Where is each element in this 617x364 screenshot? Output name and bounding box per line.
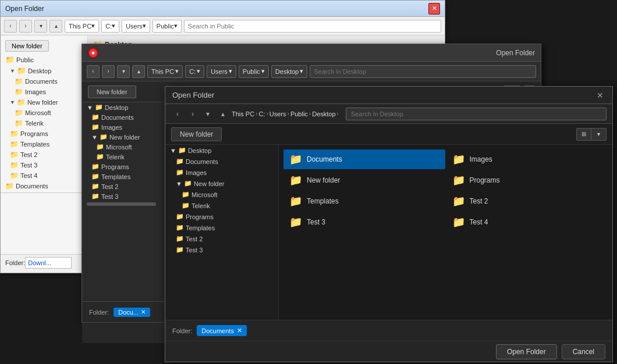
win1-users-segment[interactable]: Users ▾ <box>122 20 150 33</box>
win1-sidebar-programs[interactable]: 📁 Programs <box>1 129 87 139</box>
win3-forward-button[interactable]: › <box>186 108 199 120</box>
win1-thispc-arrow: ▾ <box>91 22 95 30</box>
win3-search-input[interactable] <box>346 108 607 120</box>
win1-sidebar-documents[interactable]: 📁 Documents <box>1 76 87 87</box>
win2-forward-button[interactable]: › <box>102 65 115 78</box>
win2-folder-label: Folder: <box>89 309 109 316</box>
win2-folder-tag[interactable]: Docu... ✕ <box>114 308 150 317</box>
folder-icon: 📁 <box>176 169 184 176</box>
win3-back-button[interactable]: ‹ <box>171 108 184 120</box>
file-item[interactable]: 📁 New folder <box>283 170 445 190</box>
win2-users-segment[interactable]: Users ▾ <box>207 65 236 78</box>
win1-titlebar: Open Folder ✕ <box>1 1 445 17</box>
folder-icon: 📁 <box>10 140 19 148</box>
file-name: Test 2 <box>470 197 488 205</box>
win1-c-arrow: ▾ <box>112 22 115 30</box>
win3-view-dropdown[interactable]: ▾ <box>591 128 607 141</box>
file-item[interactable]: 📁 Documents <box>283 149 445 169</box>
folder-tag-close[interactable]: ✕ <box>237 327 242 334</box>
folder-icon: 📁 <box>176 213 184 220</box>
folder-icon: 📁 <box>91 123 100 131</box>
win1-new-folder-button[interactable]: New folder <box>5 40 49 52</box>
win3-body: ▼ 📁 Desktop 📁 Documents 📁 Images ▼ 📁 New… <box>165 145 612 320</box>
win1-thispc-segment[interactable]: This PC ▾ <box>65 20 99 33</box>
win1-down-button[interactable]: ▾ <box>34 20 47 33</box>
win1-sidebar-newfolder[interactable]: ▼ 📁 New folder <box>1 97 87 108</box>
win2-public-segment[interactable]: Public ▾ <box>239 65 269 78</box>
win3-sidebar-microsoft[interactable]: 📁 Microsoft <box>165 189 278 200</box>
win2-desktop-segment[interactable]: Desktop ▾ <box>271 65 307 78</box>
win3-open-button[interactable]: Open Folder <box>496 344 557 359</box>
file-item[interactable]: 📁 Templates <box>283 191 445 211</box>
win3-statusbar: Folder: Documents ✕ <box>165 320 612 341</box>
win3-sidebar-documents[interactable]: 📁 Documents <box>165 156 278 167</box>
win3-sidebar-desktop[interactable]: ▼ 📁 Desktop <box>165 145 278 156</box>
win2-thispc-segment[interactable]: This PC ▾ <box>147 65 183 78</box>
folder-icon: 📁 <box>17 66 26 75</box>
win1-sidebar-desktop[interactable]: ▼ 📁 Desktop <box>1 65 87 76</box>
win1-sidebar-templates[interactable]: 📁 Templates <box>1 139 87 149</box>
label: Documents <box>101 114 134 121</box>
expand-icon: ▼ <box>176 180 182 187</box>
win3-grid-view-button[interactable]: ⊞ <box>576 128 591 141</box>
win1-sidebar-moredocs[interactable]: 📁 Documents <box>1 181 87 191</box>
win1-sidebar-microsoft[interactable]: 📁 Microsoft <box>1 108 87 118</box>
win2-down-button[interactable]: ▾ <box>117 65 130 78</box>
win1-folder-input[interactable] <box>25 257 72 269</box>
file-item[interactable]: 📁 Programs <box>446 170 608 190</box>
win1-public-segment[interactable]: Public ▾ <box>153 20 182 33</box>
folder-tag-close[interactable]: ✕ <box>141 309 146 315</box>
win1-search-input[interactable] <box>184 20 441 33</box>
win1-sidebar-test2[interactable]: 📁 Test 2 <box>1 149 87 160</box>
win3-close-button[interactable]: ✕ <box>595 90 605 101</box>
win1-sidebar-test4[interactable]: 📁 Test 4 <box>1 170 87 181</box>
chevron-down-icon: ▾ <box>229 67 232 75</box>
win2-c-label: C: <box>189 68 196 75</box>
folder-icon: 📁 <box>182 191 190 198</box>
win3-sidebar-newfolder[interactable]: ▼ 📁 New folder <box>165 178 278 189</box>
win2-public-label: Public <box>243 68 260 75</box>
file-item[interactable]: 📁 Test 4 <box>446 212 608 232</box>
win2-c-segment[interactable]: C: ▾ <box>185 65 204 78</box>
win3-up-button[interactable]: ▴ <box>217 108 229 120</box>
win1-c-segment[interactable]: C: ▾ <box>101 20 119 33</box>
win1-back-button[interactable]: ‹ <box>4 20 17 33</box>
file-name: Test 3 <box>307 218 325 226</box>
win1-sidebar-telerik[interactable]: 📁 Telerik <box>1 118 87 129</box>
win3-header: New folder ⊞ ▾ <box>165 124 612 145</box>
win3-sidebar-programs[interactable]: 📁 Programs <box>165 211 278 222</box>
file-name: Templates <box>307 197 339 205</box>
win2-close-button[interactable]: ● <box>88 48 98 58</box>
file-item[interactable]: 📁 Test 2 <box>446 191 608 211</box>
file-item[interactable]: 📁 Test 3 <box>283 212 445 232</box>
win3-sidebar-telerik[interactable]: 📁 Telerik <box>165 200 278 211</box>
win3-sidebar-test2[interactable]: 📁 Test 2 <box>165 233 278 244</box>
folder-icon: 📁 <box>176 158 184 165</box>
win1-sidebar-test3[interactable]: 📁 Test 3 <box>1 160 87 170</box>
file-item[interactable]: 📁 Images <box>446 149 608 169</box>
win1-sidebar-images[interactable]: 📁 Images <box>1 87 87 97</box>
win3-down-button[interactable]: ▾ <box>201 108 214 120</box>
win1-up-button[interactable]: ▴ <box>49 20 62 33</box>
sidebar-scrollbar[interactable] <box>1 192 87 195</box>
scrollbar-thumb[interactable] <box>87 202 156 206</box>
folder-icon: 📁 <box>176 224 184 231</box>
expand-icon: ▼ <box>10 68 15 74</box>
win3-sidebar-images[interactable]: 📁 Images <box>165 167 278 178</box>
win1-close-button[interactable]: ✕ <box>428 3 440 15</box>
win3-cancel-button[interactable]: Cancel <box>562 344 605 359</box>
win2-back-button[interactable]: ‹ <box>87 65 100 78</box>
win3-sidebar-templates[interactable]: 📁 Templates <box>165 222 278 233</box>
folder-icon: 📁 <box>289 174 302 187</box>
win1-forward-button[interactable]: › <box>19 20 32 33</box>
win1-sidebar-public[interactable]: 📁 Public <box>1 54 87 65</box>
win3-new-folder-button[interactable]: New folder <box>171 127 222 141</box>
win3-address-bar[interactable]: This PC › C: › Users › Public › Desktop … <box>232 110 339 117</box>
win2-search-input[interactable] <box>310 65 536 78</box>
win2-up-button[interactable]: ▴ <box>132 65 145 78</box>
sidebar-public-label: Public <box>16 56 34 63</box>
file-name: Test 4 <box>470 218 488 226</box>
win3-sidebar-test3[interactable]: 📁 Test 3 <box>165 244 278 255</box>
win3-folder-tag[interactable]: Documents ✕ <box>197 325 247 336</box>
win2-new-folder-button[interactable]: New folder <box>88 85 136 98</box>
